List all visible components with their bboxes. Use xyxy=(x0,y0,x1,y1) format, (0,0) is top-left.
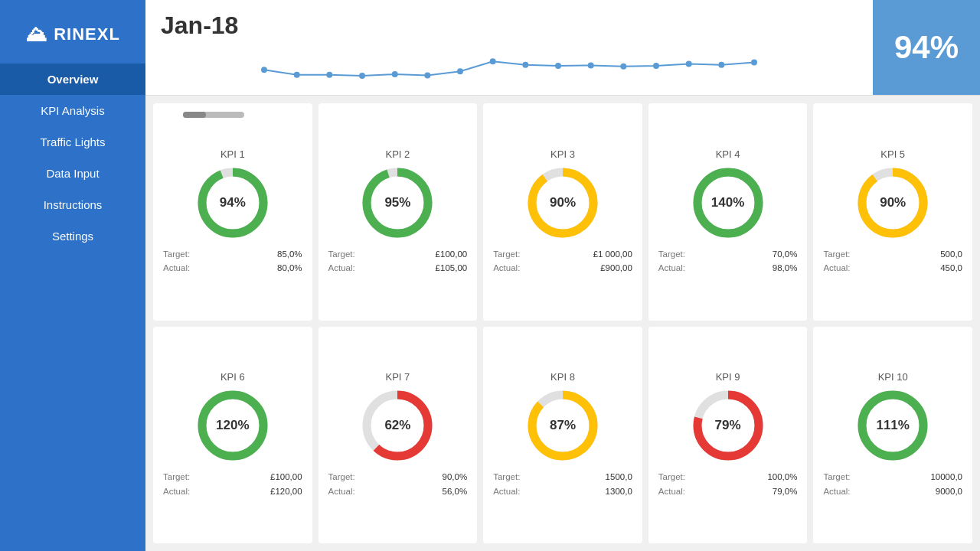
kpi8-stats: Target: 1500,0 Actual: 1300,0 xyxy=(487,470,639,498)
kpi3-target-label: Target: xyxy=(493,247,520,261)
kpi8-donut: 87% xyxy=(524,387,601,464)
kpi8-title: KPI 8 xyxy=(550,371,575,383)
svg-point-0 xyxy=(261,67,267,73)
kpi6-actual-label: Actual: xyxy=(163,484,190,498)
kpi6-card: KPI 6120% Target: £100,00 Actual: £120,0… xyxy=(153,327,312,544)
kpi4-target-label: Target: xyxy=(658,247,685,261)
kpi1-percent-text: 94% xyxy=(220,195,246,210)
summary-percent: 94% xyxy=(894,29,959,66)
kpi5-percent-text: 90% xyxy=(880,195,906,210)
kpi7-card: KPI 762% Target: 90,0% Actual: 56,0% xyxy=(318,327,478,544)
kpi1-target-label: Target: xyxy=(163,247,190,261)
kpi10-percent-text: 111% xyxy=(876,418,909,433)
kpi5-target-value: 500,0 xyxy=(940,247,962,261)
kpi1-actual-value: 80,0% xyxy=(277,261,302,275)
kpi6-donut: 120% xyxy=(194,387,271,464)
kpi2-percent-text: 95% xyxy=(384,195,410,210)
sidebar-item-settings[interactable]: Settings xyxy=(0,220,145,252)
kpi2-actual-value: £105,00 xyxy=(436,261,468,275)
svg-point-6 xyxy=(457,68,463,74)
kpi5-stats: Target: 500,0 Actual: 450,0 xyxy=(817,247,969,276)
kpi2-card: KPI 295% Target: £100,00 Actual: £105,00 xyxy=(318,103,478,321)
kpi-grid: KPI 194% Target: 85,0% Actual: 80,0% KPI… xyxy=(145,96,980,551)
kpi2-target-label: Target: xyxy=(328,247,355,261)
kpi10-target-label: Target: xyxy=(823,470,850,484)
kpi3-actual-value: £900,00 xyxy=(600,261,632,275)
kpi2-donut: 95% xyxy=(359,165,436,241)
kpi4-stats: Target: 70,0% Actual: 98,0% xyxy=(652,247,804,276)
kpi6-title: KPI 6 xyxy=(220,371,245,383)
summary-percent-box: 94% xyxy=(873,0,980,95)
kpi4-donut: 140% xyxy=(690,165,766,241)
kpi7-title: KPI 7 xyxy=(385,371,410,383)
kpi10-card: KPI 10111% Target: 10000,0 Actual: 9000,… xyxy=(813,327,972,544)
sidebar-item-instructions[interactable]: Instructions xyxy=(0,189,145,220)
sidebar-item-data-input[interactable]: Data Input xyxy=(0,158,145,189)
nav-menu: OverviewKPI AnalysisTraffic LightsData I… xyxy=(0,64,145,252)
svg-point-10 xyxy=(588,62,594,68)
kpi3-title: KPI 3 xyxy=(550,148,575,160)
sidebar-item-overview[interactable]: Overview xyxy=(0,64,145,95)
kpi9-actual-value: 79,0% xyxy=(773,484,798,498)
kpi4-percent-text: 140% xyxy=(711,195,744,210)
kpi1-title: KPI 1 xyxy=(220,148,245,160)
svg-point-1 xyxy=(294,72,300,78)
kpi6-stats: Target: £100,00 Actual: £120,00 xyxy=(157,470,309,498)
svg-point-12 xyxy=(653,63,659,69)
kpi4-actual-label: Actual: xyxy=(658,261,685,275)
kpi6-target-value: £100,00 xyxy=(270,470,302,484)
kpi9-actual-label: Actual: xyxy=(658,484,685,498)
logo-icon: ⛰ xyxy=(25,21,47,47)
kpi8-actual-label: Actual: xyxy=(493,484,520,498)
kpi7-target-label: Target: xyxy=(328,470,355,484)
kpi7-actual-label: Actual: xyxy=(328,484,355,498)
kpi3-actual-label: Actual: xyxy=(493,261,520,275)
kpi7-percent-text: 62% xyxy=(384,418,410,433)
kpi10-donut: 111% xyxy=(854,387,931,464)
slider-track[interactable] xyxy=(183,112,244,118)
logo-text: RINEXL xyxy=(54,24,120,44)
svg-point-3 xyxy=(359,73,365,79)
kpi3-donut: 90% xyxy=(524,165,601,241)
header-left: Jan-18 ‹ › xyxy=(145,0,873,95)
kpi1-stats: Target: 85,0% Actual: 80,0% xyxy=(157,247,309,276)
kpi4-card: KPI 4140% Target: 70,0% Actual: 98,0% xyxy=(648,103,808,321)
sidebar-item-kpi-analysis[interactable]: KPI Analysis xyxy=(0,95,145,126)
kpi4-target-value: 70,0% xyxy=(773,247,798,261)
logo: ⛰ RINEXL xyxy=(18,8,128,64)
kpi10-actual-label: Actual: xyxy=(823,484,850,498)
svg-point-15 xyxy=(751,60,757,66)
svg-point-11 xyxy=(620,64,626,70)
kpi2-stats: Target: £100,00 Actual: £105,00 xyxy=(322,247,474,276)
kpi6-actual-value: £120,00 xyxy=(270,484,302,498)
kpi7-actual-value: 56,0% xyxy=(443,484,468,498)
kpi9-stats: Target: 100,0% Actual: 79,0% xyxy=(652,470,804,498)
kpi10-actual-value: 9000,0 xyxy=(936,484,962,498)
kpi2-title: KPI 2 xyxy=(385,148,410,160)
kpi7-target-value: 90,0% xyxy=(443,470,468,484)
kpi7-donut: 62% xyxy=(359,387,436,464)
kpi6-target-label: Target: xyxy=(163,470,190,484)
kpi8-percent-text: 87% xyxy=(550,418,576,433)
kpi4-title: KPI 4 xyxy=(716,148,740,160)
kpi3-target-value: £1 000,00 xyxy=(593,247,632,261)
sidebar-item-traffic-lights[interactable]: Traffic Lights xyxy=(0,126,145,158)
kpi6-percent-text: 120% xyxy=(216,418,249,433)
kpi10-stats: Target: 10000,0 Actual: 9000,0 xyxy=(817,470,969,498)
kpi1-target-value: 85,0% xyxy=(277,247,302,261)
kpi1-card: KPI 194% Target: 85,0% Actual: 80,0% xyxy=(153,103,312,321)
kpi7-stats: Target: 90,0% Actual: 56,0% xyxy=(322,470,474,498)
sidebar: ⛰ RINEXL OverviewKPI AnalysisTraffic Lig… xyxy=(0,0,145,551)
kpi9-donut: 79% xyxy=(690,387,766,464)
kpi9-percent-text: 79% xyxy=(715,418,741,433)
header: Jan-18 ‹ › 94% xyxy=(145,0,980,96)
kpi4-actual-value: 98,0% xyxy=(773,261,798,275)
svg-point-13 xyxy=(686,60,692,67)
kpi10-title: KPI 10 xyxy=(878,371,908,383)
slider-thumb xyxy=(183,112,206,118)
kpi5-title: KPI 5 xyxy=(880,148,905,160)
kpi5-target-label: Target: xyxy=(823,247,850,261)
svg-point-8 xyxy=(522,62,528,68)
trend-chart xyxy=(161,47,858,100)
kpi9-target-label: Target: xyxy=(658,470,685,484)
